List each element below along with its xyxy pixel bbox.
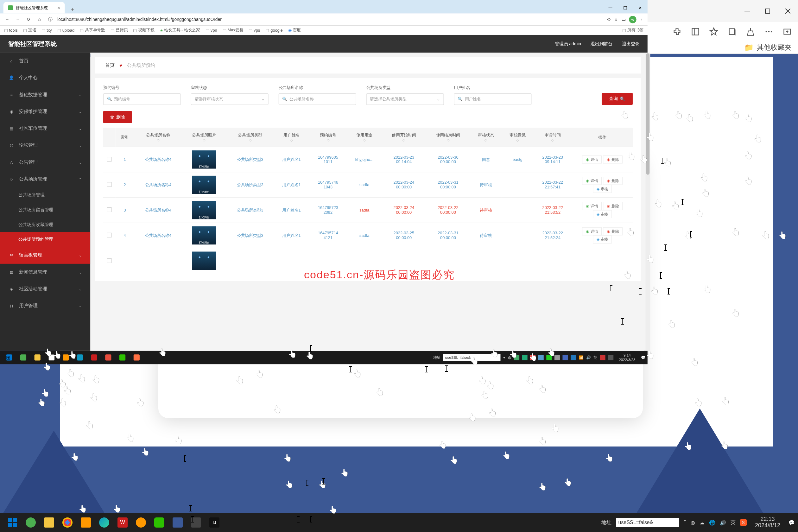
profile-avatar[interactable]: w bbox=[629, 16, 636, 23]
row-delete-button[interactable]: ◉删除 bbox=[603, 155, 623, 164]
audit-button[interactable]: ◈审核 bbox=[593, 235, 612, 244]
forward-button[interactable]: → bbox=[14, 17, 21, 22]
header-user-label[interactable]: 管理员 admin bbox=[555, 41, 581, 47]
tray-icon[interactable] bbox=[522, 355, 528, 360]
volume-icon[interactable]: 🔊 bbox=[586, 355, 591, 360]
batch-delete-button[interactable]: 🗑删除 bbox=[103, 111, 132, 123]
bookmark-item[interactable]: ▢google bbox=[265, 28, 283, 33]
taskbar-app3[interactable] bbox=[187, 514, 205, 531]
sidebar-item-publicplace[interactable]: ◇公共场所管理⌃ bbox=[0, 171, 90, 188]
inner-close-button[interactable]: × bbox=[633, 2, 648, 13]
back-button[interactable]: ← bbox=[3, 17, 11, 22]
taskbar-wps[interactable] bbox=[87, 352, 101, 363]
tray-chevron-icon[interactable]: ˅ bbox=[684, 520, 686, 526]
taskbar-clock[interactable]: 22:132024/8/12 bbox=[755, 516, 780, 529]
reader-icon[interactable]: ▭ bbox=[622, 17, 626, 22]
ime-icon[interactable]: 英 bbox=[593, 355, 597, 360]
row-delete-button[interactable]: ◉删除 bbox=[603, 177, 623, 185]
taskbar-app[interactable] bbox=[132, 514, 150, 531]
bookmark-item[interactable]: ▢tools bbox=[4, 28, 18, 33]
ime-indicator[interactable]: 英 bbox=[730, 519, 736, 526]
col-end[interactable]: 使用结束时间◇ bbox=[426, 128, 470, 147]
inner-minimize-button[interactable]: ─ bbox=[603, 2, 618, 13]
place-type-select[interactable]: 请选择公共场所类型⌄ bbox=[366, 93, 444, 105]
cell-user[interactable]: 用户姓名1 bbox=[274, 147, 309, 172]
col-code[interactable]: 预约编号◇ bbox=[309, 128, 347, 147]
tray-icon[interactable] bbox=[600, 355, 606, 360]
cell-name[interactable]: 公共场所名称4 bbox=[134, 147, 182, 172]
notifications-icon[interactable]: 💬 bbox=[641, 355, 646, 360]
tray-icon[interactable] bbox=[538, 355, 544, 360]
col-status[interactable]: 审核状态◇ bbox=[470, 128, 502, 147]
tray-refresh-icon[interactable]: ◍ bbox=[508, 355, 511, 360]
bookmark-item[interactable]: ▢视频下载 bbox=[133, 27, 154, 33]
taskbar-idea[interactable]: IJ bbox=[205, 514, 224, 531]
cell-type[interactable]: 公共场所类型3 bbox=[226, 147, 274, 172]
more-icon[interactable] bbox=[764, 27, 773, 36]
bookmark-star-icon[interactable]: ☆ bbox=[614, 17, 618, 22]
cell-user[interactable]: 用户姓名1 bbox=[274, 172, 309, 197]
url-text[interactable]: localhost:8080/zhinengshequguanli/admin/… bbox=[57, 17, 604, 22]
search-button[interactable]: 查询🔍 bbox=[602, 93, 633, 105]
cell-user[interactable]: 用户姓名1 bbox=[274, 223, 309, 248]
cell-photo[interactable]: 打光舞台 bbox=[182, 223, 226, 248]
bookmark-item[interactable]: ◈站长工具 - 站长之家 bbox=[160, 27, 200, 33]
col-photo[interactable]: 公共场所照片◇ bbox=[182, 128, 226, 147]
sidebar-item-users[interactable]: ⫿⫿用户管理⌄ bbox=[0, 297, 90, 314]
sidebar-item-forum[interactable]: ◎论坛管理⌄ bbox=[0, 137, 90, 154]
onedrive-icon[interactable]: ☁ bbox=[700, 520, 705, 526]
user-name-input[interactable]: 🔍用户姓名 bbox=[454, 93, 531, 105]
breadcrumb-home[interactable]: 首页 bbox=[105, 62, 115, 69]
detail-button[interactable]: ◉详情 bbox=[582, 202, 602, 210]
start-button[interactable] bbox=[3, 514, 21, 531]
camera-icon[interactable]: ⊙ bbox=[607, 17, 611, 22]
sogou-icon[interactable]: S bbox=[740, 519, 747, 526]
audit-button[interactable]: ◈审核 bbox=[593, 185, 612, 193]
start-button[interactable]: ⊞ bbox=[2, 352, 16, 363]
bookmark-item[interactable]: ▢vpn bbox=[206, 28, 217, 33]
sidebar-item-profile[interactable]: 👤个人中心 bbox=[0, 69, 90, 86]
cell-user[interactable]: 用户姓名1 bbox=[274, 197, 309, 223]
col-opinion[interactable]: 审核意见◇ bbox=[501, 128, 533, 147]
sidebar-item-news[interactable]: ▦新闻信息管理⌄ bbox=[0, 264, 90, 281]
taskbar-address-input[interactable]: useSSL=false& bbox=[616, 518, 679, 527]
cell-photo[interactable]: 打光舞台 bbox=[182, 147, 226, 172]
taskbar-360[interactable] bbox=[21, 514, 40, 531]
sidebar-sub-place-msg[interactable]: 公共场所留言管理 bbox=[0, 202, 90, 217]
bookmark-item[interactable]: ▢upload bbox=[57, 28, 74, 33]
tray-icon[interactable] bbox=[554, 355, 560, 360]
maximize-button[interactable] bbox=[764, 7, 772, 15]
place-name-input[interactable]: 🔍公共场所名称 bbox=[279, 93, 356, 105]
tray-icon[interactable]: ◍ bbox=[691, 520, 695, 526]
sidebar-item-basedata[interactable]: ≡基础数据管理⌄ bbox=[0, 87, 90, 103]
tray-icon[interactable] bbox=[571, 355, 576, 360]
cell-type[interactable]: 公共场所类型3 bbox=[226, 223, 274, 248]
inner-maximize-button[interactable]: □ bbox=[618, 2, 633, 13]
col-apply[interactable]: 申请时间◇ bbox=[533, 128, 572, 147]
taskbar-edge[interactable] bbox=[73, 352, 87, 363]
menu-icon[interactable]: ⋮ bbox=[640, 17, 644, 22]
reservation-code-input[interactable]: 🔍预约编号 bbox=[103, 93, 181, 105]
sidebar-item-security[interactable]: ◉安保维护管理⌄ bbox=[0, 103, 90, 120]
tray-icon[interactable] bbox=[608, 355, 613, 360]
shopping-icon[interactable] bbox=[746, 27, 755, 36]
sidebar-item-activity[interactable]: ◈社区活动管理⌄ bbox=[0, 281, 90, 297]
tray-dropdown-icon[interactable]: ▾ bbox=[503, 355, 505, 360]
sidebar-icon[interactable] bbox=[691, 27, 700, 36]
notifications-icon[interactable]: 💬 bbox=[788, 520, 795, 526]
bookmark-item[interactable]: ▢已拷贝 bbox=[111, 27, 128, 33]
taskbar-app2[interactable] bbox=[101, 352, 116, 363]
cell-photo[interactable]: 打光舞台 bbox=[182, 197, 226, 223]
extensions-icon[interactable] bbox=[672, 27, 682, 36]
sidebar-item-messageboard[interactable]: ✉留言板管理⌄ bbox=[0, 247, 90, 264]
bookmark-item[interactable]: ▢共享导号数 bbox=[80, 27, 105, 33]
detail-button[interactable]: ◉详情 bbox=[582, 227, 602, 235]
other-favorites-folder[interactable]: 📁 其他收藏夹 bbox=[744, 43, 792, 52]
sidebar-sub-place-manage[interactable]: 公共场所管理 bbox=[0, 188, 90, 202]
cell-type[interactable]: 公共场所类型3 bbox=[226, 172, 274, 197]
taskbar-edge[interactable] bbox=[95, 514, 113, 531]
col-user[interactable]: 用户姓名◇ bbox=[274, 128, 309, 147]
taskbar-explorer[interactable] bbox=[40, 514, 58, 531]
taskbar-sublime[interactable] bbox=[77, 514, 95, 531]
taskbar-wechat[interactable] bbox=[115, 352, 130, 363]
